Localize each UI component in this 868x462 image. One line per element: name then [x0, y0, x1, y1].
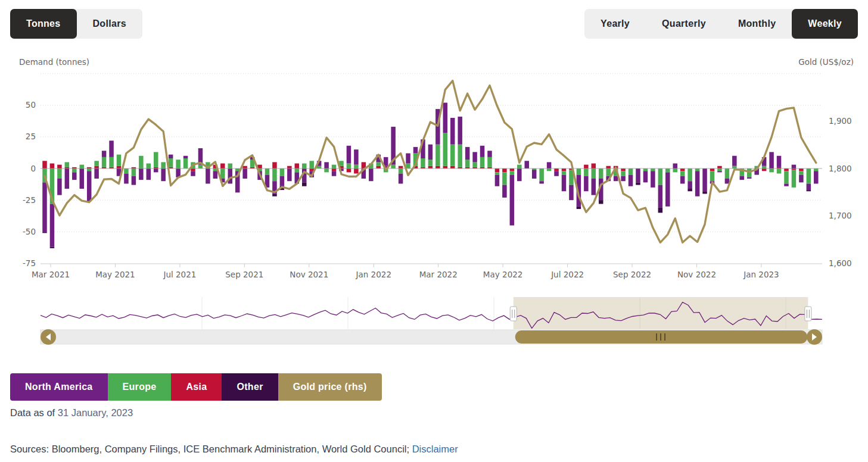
gold-etf-flows-chart-page: 50250-25-50-751,9001,8001,7001,600Mar 20… [0, 0, 868, 462]
unit-dollars-button[interactable]: Dollars [77, 9, 142, 39]
svg-text:Mar 2022: Mar 2022 [419, 270, 458, 279]
legend-item-europe[interactable]: Europe [108, 373, 172, 401]
navigator-handle-left[interactable] [510, 307, 517, 321]
svg-text:50: 50 [26, 100, 36, 110]
frequency-monthly-button[interactable]: Monthly [722, 9, 792, 39]
legend-item-north-america[interactable]: North America [10, 373, 108, 401]
scrollbar-thumb[interactable] [515, 330, 808, 344]
legend-item-other[interactable]: Other [222, 373, 278, 401]
sources-line: Sources: Bloomberg, Company Filings, ICE… [10, 444, 458, 455]
frequency-toggle: Yearly Quarterly Monthly Weekly [584, 9, 858, 39]
svg-text:Mar 2021: Mar 2021 [32, 270, 70, 279]
svg-text:1,600: 1,600 [829, 258, 852, 268]
legend: North America Europe Asia Other Gold pri… [10, 373, 382, 401]
data-as-of: Data as of 31 January, 2023 [10, 407, 133, 419]
svg-text:May 2021: May 2021 [95, 270, 135, 279]
navigator-handle-right[interactable] [805, 307, 811, 321]
svg-text:1,700: 1,700 [829, 211, 852, 220]
frequency-yearly-button[interactable]: Yearly [584, 9, 646, 39]
data-as-of-label: Data as of [10, 407, 58, 418]
sources-text: Sources: Bloomberg, Company Filings, ICE… [10, 444, 412, 454]
svg-text:Nov 2022: Nov 2022 [677, 270, 716, 279]
svg-text:Jan 2023: Jan 2023 [743, 270, 779, 279]
disclaimer-link[interactable]: Disclaimer [412, 444, 458, 454]
svg-text:Jan 2022: Jan 2022 [356, 270, 391, 279]
x-axis-tick-labels: Mar 2021May 2021Jul 2021Sep 2021Nov 2021… [32, 264, 779, 279]
right-axis-title: Gold (US$/oz) [798, 57, 854, 67]
svg-text:-75: -75 [23, 258, 36, 268]
unit-toggle: Tonnes Dollars [10, 9, 142, 39]
svg-text:0: 0 [30, 164, 36, 173]
legend-item-asia[interactable]: Asia [171, 373, 222, 401]
scroll-right-button[interactable] [807, 329, 822, 345]
svg-text:-25: -25 [23, 195, 36, 205]
navigator-selected-range[interactable] [514, 297, 808, 329]
frequency-quarterly-button[interactable]: Quarterly [646, 9, 722, 39]
svg-text:-50: -50 [23, 227, 36, 236]
svg-text:Sep 2022: Sep 2022 [613, 270, 651, 279]
svg-text:1,800: 1,800 [829, 164, 852, 173]
svg-text:Sep 2021: Sep 2021 [225, 270, 263, 279]
left-axis-tick-labels: 50250-25-50-75 [23, 100, 36, 268]
frequency-weekly-button[interactable]: Weekly [792, 9, 858, 39]
svg-text:25: 25 [26, 132, 36, 141]
svg-text:Nov 2021: Nov 2021 [290, 270, 328, 279]
data-as-of-date: 31 January, 2023 [58, 407, 133, 418]
svg-text:Jul 2022: Jul 2022 [550, 270, 584, 279]
left-axis-title: Demand (tonnes) [19, 57, 89, 67]
svg-text:Jul 2021: Jul 2021 [163, 270, 196, 279]
right-axis-tick-labels: 1,9001,8001,7001,600 [829, 116, 852, 268]
scroll-left-button[interactable] [41, 329, 56, 345]
svg-text:May 2022: May 2022 [483, 270, 523, 279]
unit-tonnes-button[interactable]: Tonnes [10, 9, 77, 39]
legend-item-gold-price[interactable]: Gold price (rhs) [278, 373, 382, 401]
svg-text:1,900: 1,900 [829, 116, 852, 126]
